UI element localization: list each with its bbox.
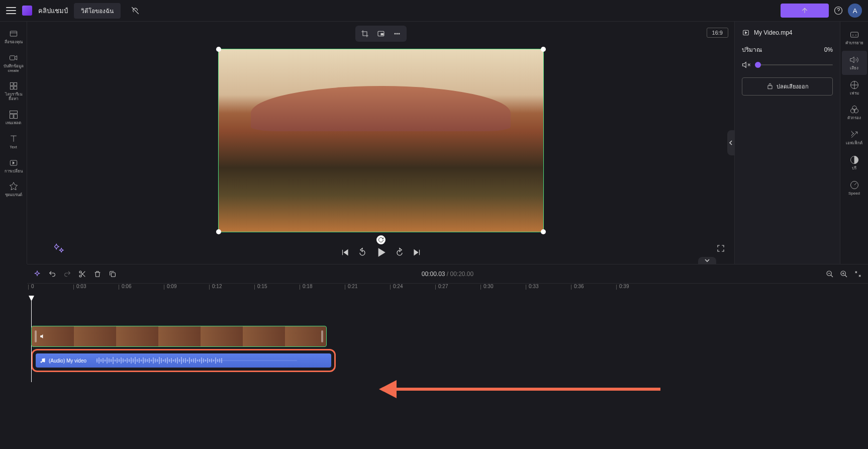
ruler-tick: 0:33 bbox=[529, 284, 538, 289]
clip-trim-right[interactable] bbox=[321, 330, 323, 342]
svg-rect-6 bbox=[14, 86, 17, 89]
duplicate-button[interactable] bbox=[109, 270, 117, 278]
canvas-wrap bbox=[218, 49, 544, 232]
aspect-ratio-button[interactable]: 16:9 bbox=[707, 28, 728, 38]
ruler-tick: 0:30 bbox=[484, 284, 493, 289]
ruler-tick: 0:21 bbox=[348, 284, 357, 289]
rewind-button[interactable] bbox=[357, 247, 367, 257]
rsidebar-item-adjust[interactable]: ปรี bbox=[842, 151, 867, 175]
music-note-icon bbox=[40, 357, 46, 364]
delete-button[interactable] bbox=[93, 270, 102, 278]
ruler-tick: 0:39 bbox=[619, 284, 629, 289]
sidebar-item-label: เทมเพลต bbox=[6, 121, 21, 126]
svg-rect-26 bbox=[111, 273, 115, 277]
rotate-handle[interactable] bbox=[376, 235, 385, 244]
pip-tool[interactable] bbox=[373, 28, 389, 40]
sidebar-item-label: การเปลี่ยน bbox=[5, 169, 23, 174]
forward-button[interactable] bbox=[395, 247, 405, 257]
app-name: คลิปแชมป์ bbox=[38, 6, 68, 16]
svg-rect-2 bbox=[10, 56, 15, 60]
volume-slider[interactable] bbox=[755, 64, 833, 65]
audio-highlight-annotation: (Audio) My video bbox=[31, 349, 336, 372]
sidebar-item-media[interactable]: สื่อของคุณ bbox=[2, 26, 26, 48]
fullscreen-button[interactable] bbox=[716, 244, 725, 255]
video-canvas[interactable] bbox=[218, 49, 544, 232]
audio-clip[interactable]: (Audio) My video bbox=[36, 353, 331, 368]
svg-rect-4 bbox=[14, 83, 17, 86]
user-avatar[interactable]: A bbox=[848, 4, 862, 18]
detach-audio-label: ปลดเสียงออก bbox=[777, 82, 809, 91]
ruler-tick: 0:12 bbox=[212, 284, 222, 289]
timeline-ruler[interactable]: 00:030:060:090:120:150:180:210:240:270:3… bbox=[27, 284, 868, 296]
sidebar-item-label: บันทึกข้อมูล create bbox=[3, 64, 25, 73]
detach-audio-button[interactable]: ปลดเสียงออก bbox=[742, 77, 833, 96]
rsidebar-item-label: เสียง bbox=[850, 66, 858, 71]
collapse-right-panel-handle[interactable] bbox=[727, 130, 734, 155]
volume-slider-thumb[interactable] bbox=[755, 62, 761, 68]
skip-start-button[interactable] bbox=[340, 248, 349, 257]
hamburger-menu[interactable] bbox=[6, 7, 16, 14]
sync-off-icon[interactable] bbox=[131, 6, 140, 15]
rsidebar-item-label: คำบรรยาย bbox=[845, 41, 863, 46]
rsidebar-item-filters[interactable]: ตัวกรอง bbox=[842, 101, 867, 125]
export-button[interactable] bbox=[781, 4, 829, 18]
rsidebar-item-effects[interactable]: เอฟเฟ็กต์ bbox=[842, 126, 867, 150]
total-time: 00:20.00 bbox=[450, 271, 474, 278]
rsidebar-item-label: เอฟเฟ็กต์ bbox=[846, 141, 862, 146]
rsidebar-item-label: เฟรม bbox=[850, 92, 859, 96]
split-button[interactable] bbox=[78, 270, 86, 278]
rsidebar-item-frame[interactable]: เฟรม bbox=[842, 76, 867, 100]
rsidebar-item-speed[interactable]: Speed bbox=[842, 176, 867, 200]
ruler-tick: 0:27 bbox=[438, 284, 448, 289]
zoom-out-button[interactable] bbox=[826, 270, 834, 278]
video-clip[interactable] bbox=[31, 326, 327, 347]
clip-trim-left[interactable] bbox=[35, 330, 37, 342]
sidebar-item-text[interactable]: Text bbox=[2, 131, 26, 153]
sidebar-item-label: ไลบรารีเน ยื้อหา bbox=[3, 93, 25, 102]
ruler-tick: 0 bbox=[31, 284, 34, 289]
mute-icon[interactable] bbox=[742, 60, 751, 69]
current-time: 00:00.03 bbox=[422, 271, 445, 278]
sidebar-item-brand[interactable]: ชุดแบรนด์ bbox=[2, 178, 26, 201]
clip-audio-icon bbox=[40, 333, 47, 340]
sidebar-item-label: ชุดแบรนด์ bbox=[5, 193, 22, 198]
rsidebar-item-captions[interactable]: คำบรรยาย bbox=[842, 26, 867, 50]
ruler-tick: 0:15 bbox=[257, 284, 267, 289]
rsidebar-item-label: ปรี bbox=[852, 166, 856, 171]
rsidebar-item-audio[interactable]: เสียง bbox=[842, 51, 867, 75]
collapse-preview-handle[interactable] bbox=[698, 257, 716, 264]
play-button[interactable] bbox=[375, 247, 387, 258]
svg-rect-5 bbox=[10, 86, 13, 89]
ruler-tick: 0:24 bbox=[393, 284, 403, 289]
skip-end-button[interactable] bbox=[413, 248, 422, 257]
sidebar-item-library[interactable]: ไลบรารีเน ยื้อหา bbox=[2, 78, 26, 105]
svg-point-13 bbox=[395, 33, 396, 34]
resize-handle-bl[interactable] bbox=[216, 229, 221, 234]
help-icon[interactable] bbox=[834, 6, 843, 15]
svg-rect-3 bbox=[10, 83, 13, 86]
sidebar-item-record[interactable]: บันทึกข้อมูล create bbox=[2, 50, 26, 76]
audio-clip-label: (Audio) My video bbox=[49, 358, 86, 364]
resize-handle-br[interactable] bbox=[541, 229, 546, 234]
crop-tool[interactable] bbox=[357, 28, 372, 40]
redo-button[interactable] bbox=[63, 270, 71, 278]
my-videos-tab[interactable]: วิดีโอของฉัน bbox=[74, 3, 121, 19]
more-tools[interactable] bbox=[390, 28, 405, 40]
resize-handle-tl[interactable] bbox=[216, 47, 221, 52]
ai-tool[interactable] bbox=[33, 270, 41, 278]
timeline-tracks: (Audio) My video bbox=[27, 296, 868, 382]
preview-area: 16:9 bbox=[27, 22, 734, 264]
ruler-tick: 0:03 bbox=[76, 284, 86, 289]
ruler-tick: 0:36 bbox=[574, 284, 584, 289]
sidebar-item-transitions[interactable]: การเปลี่ยน bbox=[2, 155, 26, 177]
arrow-annotation bbox=[379, 379, 660, 399]
ruler-tick: 0:18 bbox=[303, 284, 312, 289]
properties-panel: My Video.mp4 ปริมาณ 0% ปลดเสียงออก bbox=[734, 22, 840, 264]
resize-handle-tr[interactable] bbox=[541, 47, 546, 52]
svg-point-14 bbox=[397, 33, 398, 34]
zoom-fit-button[interactable] bbox=[854, 270, 862, 278]
sidebar-item-templates[interactable]: เทมเพลต bbox=[2, 107, 26, 129]
undo-button[interactable] bbox=[48, 270, 56, 278]
zoom-in-button[interactable] bbox=[840, 270, 848, 278]
magic-enhance-button[interactable] bbox=[54, 243, 64, 255]
